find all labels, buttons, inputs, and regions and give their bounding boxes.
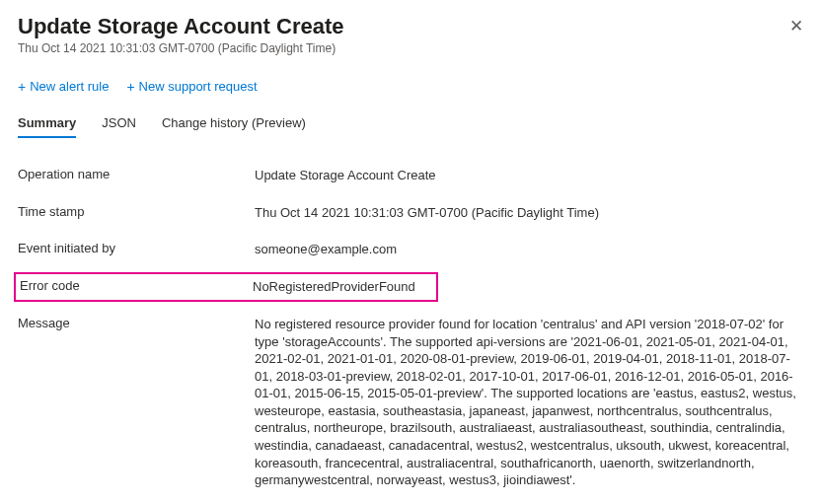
new-support-label: New support request — [139, 79, 258, 94]
tab-json[interactable]: JSON — [102, 115, 136, 138]
new-support-request-button[interactable]: + New support request — [126, 79, 257, 94]
row-event-initiated-by: Event initiated by someone@example.com — [18, 231, 803, 268]
row-error-code: Error code NoRegisteredProviderFound — [18, 268, 803, 307]
panel-header: Update Storage Account Create Thu Oct 14… — [18, 14, 803, 55]
label-time-stamp: Time stamp — [18, 204, 255, 219]
label-event-initiated-by: Event initiated by — [18, 241, 255, 255]
label-message: Message — [18, 316, 255, 330]
header-timestamp: Thu Oct 14 2021 10:31:03 GMT-0700 (Pacif… — [18, 41, 803, 55]
row-message: Message No registered resource provider … — [18, 306, 803, 498]
tab-summary[interactable]: Summary — [18, 115, 76, 138]
new-alert-rule-button[interactable]: + New alert rule — [18, 79, 109, 94]
page-title: Update Storage Account Create — [18, 14, 803, 39]
new-alert-label: New alert rule — [30, 79, 109, 94]
action-bar: + New alert rule + New support request — [18, 79, 803, 94]
value-event-initiated-by: someone@example.com — [255, 241, 803, 258]
value-message: No registered resource provider found fo… — [255, 316, 803, 488]
close-icon[interactable]: ✕ — [789, 18, 803, 35]
error-code-highlight: Error code NoRegisteredProviderFound — [14, 272, 438, 303]
row-time-stamp: Time stamp Thu Oct 14 2021 10:31:03 GMT-… — [18, 194, 803, 232]
label-error-code: Error code — [20, 278, 253, 296]
tab-change-history[interactable]: Change history (Preview) — [162, 115, 306, 138]
plus-icon: + — [18, 80, 26, 94]
tab-bar: Summary JSON Change history (Preview) — [18, 115, 803, 139]
details-panel: Operation name Update Storage Account Cr… — [18, 157, 803, 499]
value-error-code: NoRegisteredProviderFound — [253, 278, 428, 296]
value-operation-name: Update Storage Account Create — [255, 167, 803, 184]
row-operation-name: Operation name Update Storage Account Cr… — [18, 157, 803, 194]
label-operation-name: Operation name — [18, 167, 255, 181]
value-time-stamp: Thu Oct 14 2021 10:31:03 GMT-0700 (Pacif… — [255, 204, 803, 222]
plus-icon: + — [126, 80, 134, 94]
